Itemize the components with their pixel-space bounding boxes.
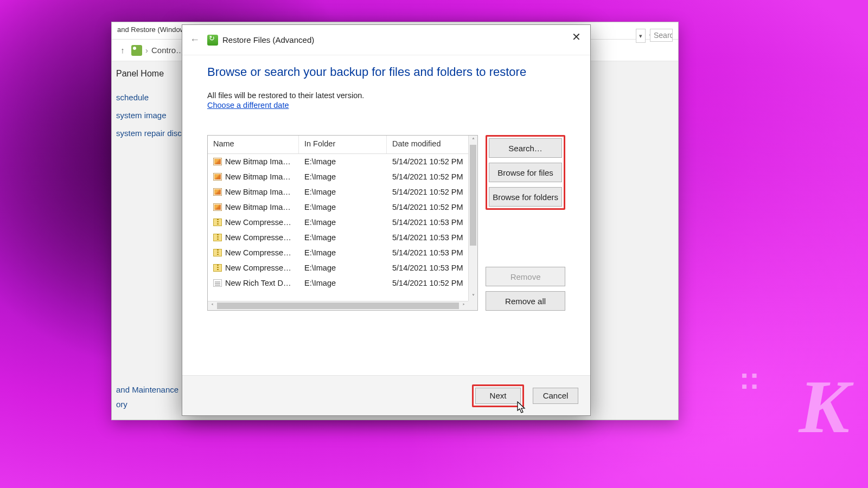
table-row[interactable]: New Compresse…E:\Image5/14/2021 10:53 PM xyxy=(208,260,477,275)
watermark-dots: :: xyxy=(739,361,760,396)
file-date: 5/14/2021 10:52 PM xyxy=(387,172,477,181)
file-folder: E:\Image xyxy=(299,172,387,181)
file-type-icon xyxy=(213,249,222,256)
file-date: 5/14/2021 10:52 PM xyxy=(387,203,477,211)
file-type-icon xyxy=(213,264,222,272)
table-row[interactable]: New Bitmap Ima…E:\Image5/14/2021 10:52 P… xyxy=(208,169,477,184)
horizontal-scrollbar[interactable]: ˂ ˃ xyxy=(208,301,468,310)
file-folder: E:\Image xyxy=(299,203,387,211)
file-type-icon xyxy=(213,188,222,196)
file-type-icon xyxy=(213,158,222,165)
column-header-folder[interactable]: In Folder xyxy=(299,136,387,153)
scroll-up-icon[interactable]: ˄ xyxy=(469,136,477,145)
search-input[interactable]: Search xyxy=(650,29,673,42)
browse-folders-button[interactable]: Browse for folders xyxy=(489,187,562,207)
control-panel-icon xyxy=(131,45,142,56)
vertical-scrollbar[interactable]: ˄ ˅ xyxy=(468,136,477,301)
scroll-left-icon[interactable]: ˂ xyxy=(208,301,217,311)
watermark-k: K xyxy=(799,363,846,450)
browse-files-button[interactable]: Browse for files xyxy=(489,163,562,182)
file-folder: E:\Image xyxy=(299,218,387,227)
file-date: 5/14/2021 10:53 PM xyxy=(387,233,477,242)
restore-icon xyxy=(207,35,218,46)
file-date: 5/14/2021 10:52 PM xyxy=(387,157,477,166)
highlight-browse-buttons: Search… Browse for files Browse for fold… xyxy=(486,135,565,210)
scroll-thumb[interactable] xyxy=(470,145,476,246)
file-date: 5/14/2021 10:53 PM xyxy=(387,264,477,272)
remove-all-button[interactable]: Remove all xyxy=(486,291,565,311)
restore-file-list[interactable]: Name In Folder Date modified New Bitmap … xyxy=(207,135,478,311)
list-rows: New Bitmap Ima…E:\Image5/14/2021 10:52 P… xyxy=(208,154,477,310)
dialog-subtext: All files will be restored to their late… xyxy=(207,91,565,100)
file-date: 5/14/2021 10:52 PM xyxy=(387,188,477,196)
dialog-titlebar: ← Restore Files (Advanced) xyxy=(182,25,590,55)
file-date: 5/14/2021 10:53 PM xyxy=(387,218,477,227)
choose-date-link[interactable]: Choose a different date xyxy=(207,101,289,110)
file-type-icon xyxy=(213,203,222,211)
table-row[interactable]: New Compresse…E:\Image5/14/2021 10:53 PM xyxy=(208,245,477,260)
dialog-heading: Browse or search your backup for files a… xyxy=(207,65,565,79)
table-row[interactable]: New Bitmap Ima…E:\Image5/14/2021 10:52 P… xyxy=(208,154,477,169)
scroll-down-icon[interactable]: ˅ xyxy=(469,292,477,301)
next-button[interactable]: Next xyxy=(475,388,521,404)
file-name: New Bitmap Ima… xyxy=(225,203,291,211)
table-row[interactable]: New Compresse…E:\Image5/14/2021 10:53 PM xyxy=(208,215,477,230)
file-type-icon xyxy=(213,234,222,241)
file-name: New Compresse… xyxy=(225,233,291,242)
side-actions: Search… Browse for files Browse for fold… xyxy=(486,135,565,311)
file-folder: E:\Image xyxy=(299,233,387,242)
nav-up-icon[interactable]: ↑ xyxy=(117,46,128,55)
table-row[interactable]: New Compresse…E:\Image5/14/2021 10:53 PM xyxy=(208,230,477,245)
file-folder: E:\Image xyxy=(299,264,387,272)
file-name: New Compresse… xyxy=(225,248,291,257)
file-type-icon xyxy=(213,173,222,181)
file-name: New Bitmap Ima… xyxy=(225,188,291,196)
scroll-corner xyxy=(468,301,477,310)
breadcrumb-separator: › xyxy=(145,46,148,55)
file-name: New Bitmap Ima… xyxy=(225,157,291,166)
file-folder: E:\Image xyxy=(299,157,387,166)
address-dropdown-icon[interactable]: ▾ xyxy=(636,29,646,43)
column-header-name[interactable]: Name xyxy=(208,136,299,153)
file-name: New Bitmap Ima… xyxy=(225,172,291,181)
cancel-button[interactable]: Cancel xyxy=(533,388,578,404)
file-folder: E:\Image xyxy=(299,248,387,257)
search-button[interactable]: Search… xyxy=(489,138,562,158)
file-name: New Compresse… xyxy=(225,264,291,272)
hscroll-thumb[interactable] xyxy=(217,303,459,309)
table-row[interactable]: New Bitmap Ima…E:\Image5/14/2021 10:52 P… xyxy=(208,184,477,200)
table-row[interactable]: New Rich Text D…E:\Image5/14/2021 10:52 … xyxy=(208,275,477,291)
breadcrumb[interactable]: Contro… xyxy=(151,46,184,55)
column-header-date[interactable]: Date modified xyxy=(387,136,477,153)
list-header: Name In Folder Date modified xyxy=(208,136,477,154)
back-icon[interactable]: ← xyxy=(190,34,200,46)
file-type-icon xyxy=(213,219,222,226)
file-folder: E:\Image xyxy=(299,279,387,287)
dialog-title: Restore Files (Advanced) xyxy=(222,35,314,44)
table-row[interactable]: New Bitmap Ima…E:\Image5/14/2021 10:52 P… xyxy=(208,200,477,215)
restore-files-dialog: ✕ ← Restore Files (Advanced) Browse or s… xyxy=(182,24,591,416)
file-name: New Rich Text D… xyxy=(225,279,291,287)
file-date: 5/14/2021 10:53 PM xyxy=(387,248,477,257)
file-name: New Compresse… xyxy=(225,218,291,227)
remove-button[interactable]: Remove xyxy=(486,267,565,286)
scroll-right-icon[interactable]: ˃ xyxy=(459,301,468,311)
file-date: 5/14/2021 10:52 PM xyxy=(387,279,477,287)
file-type-icon xyxy=(213,279,222,287)
close-button[interactable]: ✕ xyxy=(565,28,587,46)
file-folder: E:\Image xyxy=(299,188,387,196)
highlight-next-button: Next xyxy=(472,384,524,407)
dialog-footer: Next Cancel xyxy=(182,375,590,415)
